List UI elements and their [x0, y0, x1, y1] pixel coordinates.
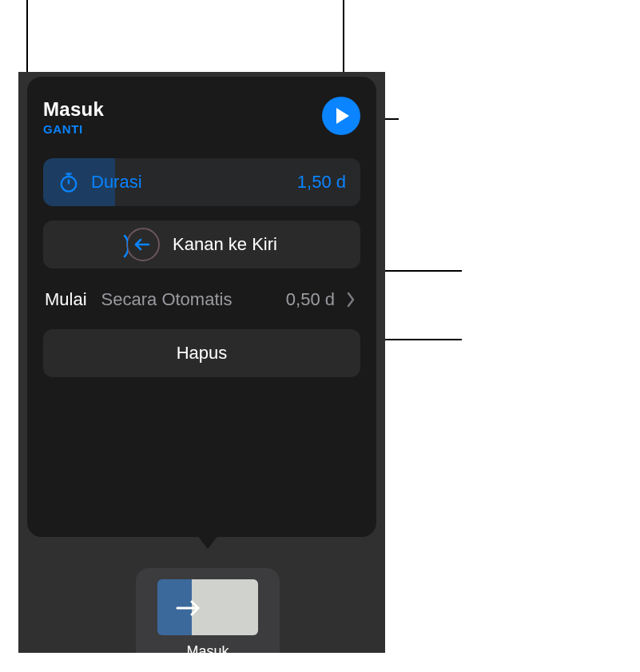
start-row[interactable]: Mulai Secara Otomatis 0,50 d: [43, 283, 360, 324]
animation-title: Masuk: [43, 98, 104, 121]
play-icon: [336, 107, 350, 125]
animation-thumbnail: [157, 579, 258, 635]
header-titles: Masuk GANTI: [43, 98, 104, 136]
duration-slider-row[interactable]: Durasi 1,50 d: [43, 158, 360, 206]
direction-bar-icon: [121, 234, 128, 258]
start-mode-value: Secara Otomatis: [101, 289, 278, 310]
direction-label: Kanan ke Kiri: [173, 234, 277, 255]
delete-button[interactable]: Hapus: [43, 329, 360, 377]
start-label: Mulai: [45, 289, 87, 310]
svg-point-0: [62, 177, 77, 192]
thumbnail-title: Masuk: [186, 643, 229, 653]
arrow-right-icon: [176, 600, 203, 616]
duration-label: Durasi: [91, 172, 286, 193]
change-animation-link[interactable]: GANTI: [43, 122, 104, 136]
start-delay-value: 0,50 d: [286, 289, 335, 310]
app-frame: Masuk GANTI Durasi 1,50 d: [18, 72, 385, 653]
animation-popover: Masuk GANTI Durasi 1,50 d: [27, 77, 376, 537]
direction-icon-circle: [126, 228, 160, 261]
popover-header: Masuk GANTI: [43, 98, 360, 136]
duration-value: 1,50 d: [297, 172, 346, 193]
arrow-left-icon: [131, 237, 155, 252]
preview-play-button[interactable]: [322, 97, 360, 135]
delete-label: Hapus: [177, 343, 228, 364]
direction-row[interactable]: Kanan ke Kiri: [43, 221, 360, 268]
popover-tail: [192, 528, 224, 549]
stopwatch-icon: [58, 171, 80, 193]
chevron-right-icon: [346, 292, 356, 308]
animation-thumbnail-card[interactable]: Masuk Transisi: [136, 568, 280, 653]
